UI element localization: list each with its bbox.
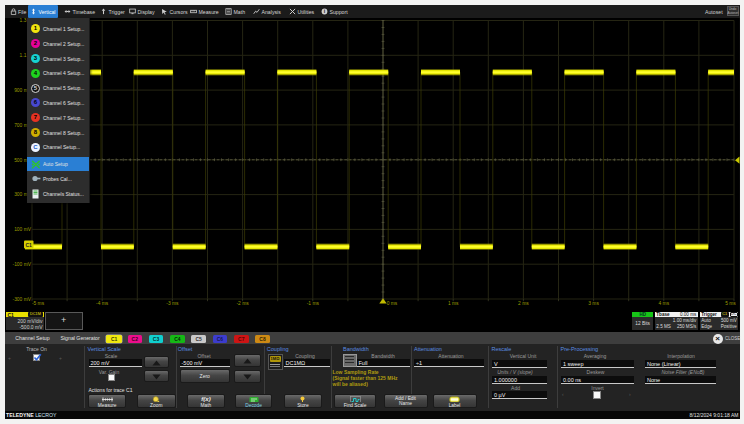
svg-text:-3 ms: -3 ms	[166, 301, 179, 306]
svg-text:-300 mV: -300 mV	[13, 297, 32, 302]
svg-text:4 ms: 4 ms	[658, 301, 669, 306]
svg-text:2 ms: 2 ms	[518, 301, 529, 306]
svg-text:100 mV: 100 mV	[14, 227, 32, 232]
svg-text:-2 ms: -2 ms	[236, 301, 249, 306]
svg-text:5 ms: 5 ms	[725, 301, 736, 306]
svg-text:-5 ms: -5 ms	[32, 301, 45, 306]
svg-text:3 ms: 3 ms	[588, 301, 599, 306]
svg-text:-100 mV: -100 mV	[13, 262, 32, 267]
svg-text:1 ms: 1 ms	[448, 301, 459, 306]
svg-text:C1: C1	[25, 242, 32, 248]
svg-text:f(x): f(x)	[201, 396, 210, 402]
svg-text:0 ms: 0 ms	[387, 301, 398, 306]
svg-text:-4 ms: -4 ms	[96, 301, 109, 306]
svg-text:-1 ms: -1 ms	[307, 301, 320, 306]
